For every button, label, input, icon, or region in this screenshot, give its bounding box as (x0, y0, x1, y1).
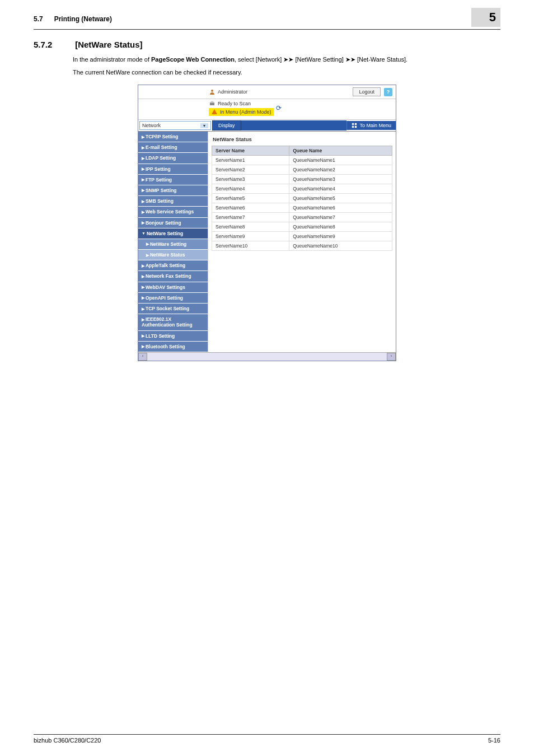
svg-rect-2 (211, 101, 214, 103)
sidebar-item-bonjour[interactable]: Bonjour Setting (138, 218, 208, 228)
grid-icon (352, 123, 357, 128)
sidebar-item-openapi[interactable]: OpenAPI Setting (138, 293, 208, 304)
warning-icon (211, 109, 218, 115)
svg-rect-5 (352, 126, 354, 128)
footer-product: bizhub C360/C280/C220 (34, 737, 101, 744)
horizontal-scrollbar[interactable]: ‹ › (138, 352, 396, 361)
sidebar-item-webdav[interactable]: WebDAV Settings (138, 282, 208, 293)
to-main-menu-button[interactable]: To Main Menu (346, 121, 396, 130)
page-footer: bizhub C360/C280/C220 5-16 (34, 734, 500, 744)
category-select-value: Network (142, 123, 161, 128)
sidebar-item-tcpip[interactable]: TCP/IP Setting (138, 132, 208, 142)
col-server-name: Server Name (212, 146, 289, 156)
admin-label: Administrator (218, 89, 247, 95)
svg-rect-3 (352, 123, 354, 125)
subsection-title: [NetWare Status] (75, 40, 142, 49)
table-row: ServerName4QueueNameName4 (212, 184, 392, 194)
table-row: ServerName8QueueNameName8 (212, 222, 392, 232)
main-title: NetWare Status (212, 134, 392, 146)
section-number: 5.7 (34, 15, 43, 23)
svg-point-0 (211, 90, 213, 92)
subsection-heading: 5.7.2 [NetWare Status] (34, 40, 500, 49)
printer-icon (209, 100, 216, 107)
refresh-icon[interactable]: ⟳ (276, 104, 282, 112)
table-row: ServerName10QueueNameName10 (212, 241, 392, 251)
nav-bar: Network ▾ Display To Main Menu (138, 120, 396, 132)
col-queue-name: Queue Name (289, 146, 392, 156)
sidebar-item-smb[interactable]: SMB Setting (138, 196, 208, 207)
sidebar-item-ftp[interactable]: FTP Setting (138, 175, 208, 185)
page-header: 5.7 Printing (Netware) 5 (34, 11, 500, 30)
sidebar-item-appletalk[interactable]: AppleTalk Setting (138, 260, 208, 271)
paragraph-2: The current NetWare connection can be ch… (73, 68, 500, 77)
main-content: NetWare Status Server Name Queue Name Se… (208, 132, 396, 253)
sidebar-item-email[interactable]: E-mail Setting (138, 142, 208, 153)
help-button[interactable]: ? (384, 88, 392, 96)
netware-status-table: Server Name Queue Name ServerName1QueueN… (212, 146, 392, 251)
svg-rect-4 (355, 123, 357, 125)
sidebar: TCP/IP Setting E-mail Setting LDAP Setti… (138, 132, 208, 352)
dropdown-arrow-icon: ▾ (200, 123, 208, 128)
table-row: ServerName9QueueNameName9 (212, 232, 392, 241)
sidebar-group-netware[interactable]: NetWare Setting (138, 228, 208, 239)
sidebar-item-networkfax[interactable]: Network Fax Setting (138, 271, 208, 282)
sidebar-sub-netware-status[interactable]: NetWare Status (138, 250, 208, 260)
display-button[interactable]: Display (212, 120, 241, 130)
sidebar-item-tcpsocket[interactable]: TCP Socket Setting (138, 304, 208, 314)
status-menu-mode: In Menu (Admin Mode) (220, 109, 271, 115)
sidebar-item-webservice[interactable]: Web Service Settings (138, 207, 208, 217)
sidebar-item-ldap[interactable]: LDAP Setting (138, 153, 208, 164)
section-title: Printing (Netware) (54, 15, 471, 23)
user-icon (209, 88, 216, 95)
scroll-left-button[interactable]: ‹ (138, 353, 147, 361)
sidebar-item-snmp[interactable]: SNMP Setting (138, 185, 208, 196)
scroll-right-button[interactable]: › (387, 353, 396, 361)
category-select[interactable]: Network ▾ (139, 121, 211, 130)
table-row: ServerName3QueueNameName3 (212, 175, 392, 184)
svg-rect-6 (355, 126, 357, 128)
sidebar-item-bluetooth[interactable]: Bluetooth Setting (138, 342, 208, 352)
table-row: ServerName2QueueNameName2 (212, 165, 392, 175)
paragraph-1: In the administrator mode of PageScope W… (73, 55, 500, 64)
table-row: ServerName1QueueNameName1 (212, 156, 392, 165)
table-row: ServerName6QueueNameName6 (212, 203, 392, 213)
footer-page-number: 5-16 (488, 737, 500, 744)
sidebar-item-ipp[interactable]: IPP Setting (138, 164, 208, 175)
status-area: Ready to Scan In Menu (Admin Mode) ⟳ (138, 99, 396, 120)
app-titlebar: Administrator Logout ? (138, 85, 396, 99)
svg-rect-1 (210, 102, 214, 105)
subsection-number: 5.7.2 (34, 40, 73, 49)
sidebar-item-ieee8021x[interactable]: IEEE802.1X Authentication Setting (138, 314, 208, 330)
table-row: ServerName7QueueNameName7 (212, 213, 392, 222)
sidebar-item-lltd[interactable]: LLTD Setting (138, 331, 208, 342)
chapter-number: 5 (471, 8, 500, 27)
app-screenshot: Administrator Logout ? Ready to Scan In … (138, 85, 396, 361)
logout-button[interactable]: Logout (353, 87, 381, 96)
table-row: ServerName5QueueNameName5 (212, 194, 392, 203)
status-ready: Ready to Scan (218, 101, 251, 106)
sidebar-sub-netware-setting[interactable]: NetWare Setting (138, 239, 208, 250)
